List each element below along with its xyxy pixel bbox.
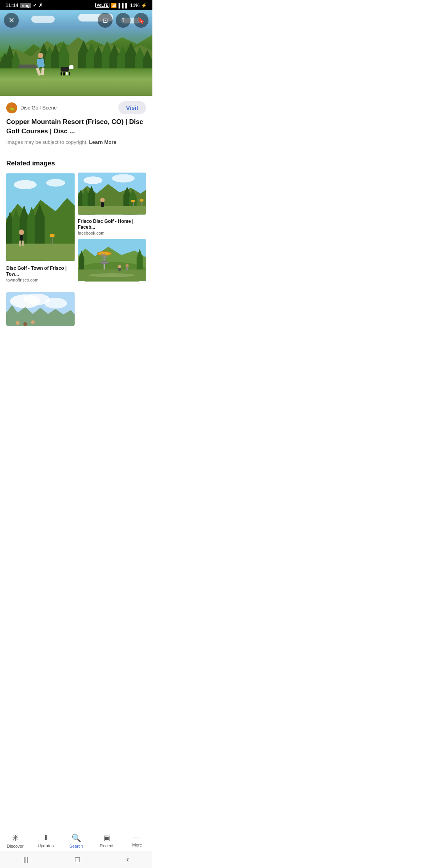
- status-time: 11:14: [5, 2, 18, 8]
- source-name: Disc Golf Scene: [20, 105, 57, 111]
- visit-button[interactable]: Visit: [118, 101, 146, 114]
- status-bar: 11:14 ring ✓ ✗ VoLTE 📶 ▌▌▌ 11% ⚡: [0, 0, 152, 10]
- related-item-top-right[interactable]: Frisco Disc Golf - Home | Faceb... faceb…: [78, 172, 146, 235]
- hero-image: ✕ ⊡ ⤴ 🔖: [0, 10, 152, 96]
- svg-rect-34: [22, 240, 24, 246]
- bookmark-button[interactable]: 🔖: [134, 13, 148, 28]
- svg-point-20: [14, 180, 36, 189]
- related-item-top-right-title: Frisco Disc Golf - Home | Faceb...: [78, 219, 146, 231]
- svg-point-65: [118, 265, 121, 268]
- svg-point-37: [84, 176, 103, 184]
- source-icon: ⛳: [6, 102, 17, 113]
- svg-point-78: [23, 322, 27, 326]
- svg-marker-14: [125, 42, 137, 84]
- svg-point-31: [19, 230, 24, 235]
- svg-marker-1: [6, 45, 14, 84]
- svg-point-77: [16, 321, 20, 325]
- svg-rect-66: [118, 268, 121, 271]
- todo-icon: ✓: [33, 3, 37, 8]
- svg-rect-17: [0, 76, 152, 84]
- source-row: ⛳ Disc Golf Scene Visit: [6, 101, 146, 114]
- svg-point-50: [100, 197, 105, 202]
- svg-rect-51: [101, 202, 104, 207]
- svg-rect-32: [20, 235, 23, 240]
- svg-marker-0: [0, 37, 152, 84]
- related-item-left-title: Disc Golf - Town of Frisco | Tow...: [6, 265, 75, 278]
- signal-icon: ▌▌▌: [118, 3, 129, 8]
- page-title: Copper Mountain Resort (Frisco, CO) | Di…: [6, 117, 146, 136]
- svg-rect-45: [78, 206, 146, 214]
- ring-icon: ring: [20, 3, 31, 8]
- learn-more-link[interactable]: Learn More: [89, 139, 116, 145]
- svg-rect-30: [50, 234, 55, 237]
- svg-point-79: [31, 320, 35, 324]
- svg-marker-15: [135, 47, 145, 84]
- copyright-text: Images may be subject to copyright. Lear…: [6, 139, 146, 145]
- scan-icon: ⊡: [103, 17, 108, 24]
- dog-figure: [61, 67, 70, 77]
- svg-marker-5: [45, 46, 54, 84]
- status-left: 11:14 ring ✓ ✗: [5, 2, 43, 8]
- related-item-top-right-domain: facebook.com: [78, 231, 146, 235]
- wifi-icon: 📶: [111, 3, 117, 8]
- related-right-column: Frisco Disc Golf - Home | Faceb... faceb…: [78, 172, 146, 285]
- info-section: ⛳ Disc Golf Scene Visit Copper Mountain …: [0, 96, 152, 160]
- person-figure: [35, 53, 46, 76]
- close-button[interactable]: ✕: [4, 13, 19, 28]
- svg-marker-16: [143, 50, 152, 84]
- divider: [6, 150, 146, 150]
- svg-rect-33: [19, 240, 21, 246]
- related-section: Related images: [0, 160, 152, 336]
- svg-rect-47: [131, 200, 135, 202]
- related-images-grid: · Disc Golf - Town of Frisco | Tow... to…: [6, 172, 146, 288]
- related-item-bottom-left[interactable]: [6, 291, 75, 330]
- svg-point-75: [44, 298, 67, 308]
- svg-point-64: [100, 262, 109, 264]
- svg-marker-3: [0, 53, 9, 84]
- svg-marker-6: [51, 44, 60, 84]
- close-icon: ✕: [9, 16, 14, 25]
- battery-icon: ⚡: [141, 3, 147, 8]
- svg-point-67: [126, 264, 129, 267]
- svg-marker-10: [94, 46, 103, 84]
- share-button[interactable]: ⤴: [116, 13, 131, 28]
- scan-button[interactable]: ⊡: [98, 13, 113, 28]
- svg-marker-7: [59, 41, 69, 84]
- related-item-bottom-right[interactable]: [78, 239, 146, 283]
- svg-point-38: [112, 174, 135, 182]
- svg-marker-2: [12, 51, 20, 84]
- svg-point-57: [98, 251, 111, 255]
- svg-marker-9: [86, 43, 97, 84]
- svg-marker-12: [109, 44, 120, 84]
- svg-marker-11: [102, 41, 113, 84]
- status-right: VoLTE 📶 ▌▌▌ 11% ⚡: [95, 3, 147, 8]
- missed-call-icon: ✗: [39, 3, 43, 8]
- svg-point-69: [89, 273, 135, 277]
- svg-rect-68: [126, 267, 128, 270]
- related-bottom-row: [6, 291, 146, 330]
- share-icon: ⤴: [122, 17, 125, 24]
- related-item-left[interactable]: · Disc Golf - Town of Frisco | Tow... to…: [6, 172, 75, 288]
- volte-icon: VoLTE: [95, 3, 109, 8]
- svg-point-21: [46, 179, 65, 186]
- source-left: ⛳ Disc Golf Scene: [6, 102, 57, 113]
- svg-marker-8: [78, 40, 89, 84]
- svg-rect-49: [139, 199, 143, 201]
- header-overlay: ✕ ⊡ ⤴ 🔖: [0, 10, 152, 31]
- related-images-title: Related images: [6, 160, 146, 167]
- related-item-left-domain: townoffrisco.com: [6, 278, 75, 282]
- battery-percent: 11%: [130, 3, 139, 8]
- svg-text:·: ·: [14, 257, 14, 260]
- svg-rect-28: [6, 244, 75, 261]
- svg-marker-13: [117, 46, 128, 84]
- header-right-buttons: ⊡ ⤴ 🔖: [98, 13, 148, 28]
- bookmark-icon: 🔖: [137, 17, 145, 24]
